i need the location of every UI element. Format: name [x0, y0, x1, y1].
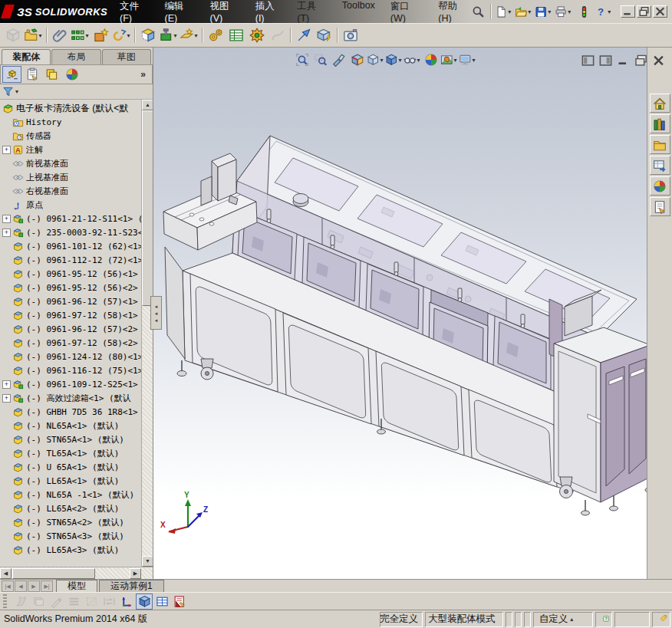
- filter-caret-icon[interactable]: ▾: [15, 88, 18, 95]
- machine-model[interactable]: X Y Z: [153, 48, 647, 579]
- instant3d-button[interactable]: ▾: [294, 25, 314, 45]
- tree-item[interactable]: + (-) STN65A<2> (默认): [0, 515, 141, 529]
- resources-tab[interactable]: [650, 94, 670, 113]
- tree-item[interactable]: + History: [0, 115, 141, 129]
- graphics-viewport[interactable]: X Y Z ▾▾▾▾▾▾▾▾▾▾: [153, 48, 647, 579]
- linear-component-pattern-button[interactable]: ▾: [71, 25, 91, 45]
- assembly-features-button[interactable]: ▾: [159, 25, 179, 45]
- swap-views-button[interactable]: [100, 593, 117, 610]
- layers-button[interactable]: [30, 593, 47, 610]
- tree-item[interactable]: + (-) 0961-97-12 (58)<2>: [0, 336, 141, 350]
- tree-item[interactable]: + (-) 0961-116-12 (75)<1>: [0, 363, 141, 377]
- minimize-button[interactable]: [621, 5, 635, 18]
- tree-item[interactable]: + A 注解: [0, 143, 141, 156]
- tab-motion-study-1[interactable]: 运动算例1: [99, 580, 164, 592]
- tree-item[interactable]: + (-) NL65A -1<1> (默认): [0, 488, 141, 501]
- screen-capture-button[interactable]: ▾: [341, 25, 361, 45]
- sheet-set-button[interactable]: [12, 593, 29, 610]
- new-motion-study-button[interactable]: ▾: [206, 25, 226, 45]
- scrollbar-thumb[interactable]: [12, 568, 95, 579]
- help-badge-icon[interactable]: ?: [603, 613, 609, 625]
- tree-item[interactable]: + (-) 高效过滤箱<1> (默认: [0, 391, 141, 405]
- coordinate-system-button[interactable]: [118, 593, 135, 610]
- toolbar-separator[interactable]: ▾: [288, 25, 293, 45]
- tree-item[interactable]: + (-) LL65A<3> (默认): [0, 543, 141, 557]
- toolbar-separator[interactable]: ▾: [489, 2, 493, 21]
- tree-item[interactable]: + (-) LL65A<2> (默认): [0, 501, 141, 515]
- tree-item[interactable]: + (-) U 65A<1> (默认): [0, 460, 141, 474]
- expander-icon[interactable]: +: [2, 146, 11, 154]
- design-library-tab[interactable]: [650, 114, 670, 133]
- toolbar-drag-handle[interactable]: [3, 594, 7, 608]
- menu-item[interactable]: 编辑(E): [164, 0, 194, 24]
- shaded-view-button[interactable]: [136, 593, 153, 610]
- tree-item[interactable]: + (-) GHBH 7D5 36 1R8<1>: [0, 405, 141, 419]
- tree-item[interactable]: + (-) 235-0003-92-11-S23<: [0, 225, 141, 239]
- filter-funnel-icon[interactable]: [2, 86, 14, 97]
- tree-item[interactable]: + (-) 0961-96-12 (57)<2>: [0, 322, 141, 336]
- tree-item[interactable]: + (-) 0961-109-12-S25<1>: [0, 377, 141, 391]
- rebuild-button[interactable]: ▾: [575, 2, 593, 21]
- menu-item[interactable]: 工具(T): [297, 0, 326, 24]
- section-view-button[interactable]: ▾: [348, 51, 367, 69]
- draft-quality-button[interactable]: [48, 593, 64, 610]
- menu-item[interactable]: 视图(V): [210, 0, 240, 24]
- tab-assembly[interactable]: 装配体: [2, 49, 51, 64]
- tree-item[interactable]: + (-) 0961-124-12 (80)<1>: [0, 350, 141, 363]
- tab-nav-button[interactable]: |◀: [2, 580, 14, 592]
- expander-icon[interactable]: +: [2, 380, 11, 389]
- expander-icon[interactable]: +: [2, 394, 11, 403]
- zoom-to-area-button[interactable]: ▾: [311, 51, 330, 69]
- scroll-right-icon[interactable]: ▶: [130, 568, 141, 579]
- tree-item[interactable]: + (-) 0961-97-12 (58)<1>: [0, 308, 141, 322]
- tree-item[interactable]: + (-) 0961-95-12 (56)<2>: [0, 281, 141, 294]
- save-button[interactable]: ▾: [535, 2, 553, 21]
- doc-minimize-button[interactable]: [616, 53, 631, 67]
- tab-sketch[interactable]: 草图: [102, 49, 151, 64]
- tree-item[interactable]: + (-) LL65A<1> (默认): [0, 474, 141, 488]
- reference-geometry-button[interactable]: ▾: [180, 25, 199, 45]
- bill-of-materials-button[interactable]: ▾: [226, 25, 246, 45]
- scroll-down-icon[interactable]: ▼: [142, 556, 153, 567]
- large-assembly-mode-button[interactable]: ▾: [315, 25, 334, 45]
- custom-properties-tab[interactable]: [650, 197, 670, 216]
- tree-item[interactable]: + (-) NL65A<1> (默认): [0, 419, 141, 432]
- status-caret-icon[interactable]: ▴: [570, 616, 573, 623]
- menu-item[interactable]: 帮助(H): [438, 0, 469, 24]
- smart-fasteners-button[interactable]: ▾: [91, 25, 111, 45]
- collapse-right-pane-button[interactable]: [598, 53, 613, 67]
- tree-item[interactable]: + 右视基准面: [0, 184, 141, 198]
- apply-scene-button[interactable]: ▾: [440, 51, 459, 69]
- hide-show-items-button[interactable]: ▾: [404, 51, 422, 69]
- exploded-view-button[interactable]: ▾: [247, 25, 267, 45]
- tree-item[interactable]: + 上视基准面: [0, 170, 141, 184]
- record-view-button[interactable]: [171, 593, 188, 610]
- new-document-button[interactable]: ▾: [495, 2, 513, 21]
- search-button[interactable]: ▾: [469, 2, 487, 21]
- doc-close-button[interactable]: [651, 53, 666, 67]
- line-format-button[interactable]: [65, 593, 82, 610]
- menu-item[interactable]: 窗口(W): [390, 0, 423, 24]
- appearances-tab[interactable]: [650, 176, 670, 196]
- tree-item[interactable]: + (-) STN65A<1> (默认): [0, 432, 141, 446]
- tree-item[interactable]: + 原点: [0, 198, 141, 212]
- overflow-chevron-icon[interactable]: »: [140, 69, 150, 80]
- open-button[interactable]: ▾: [515, 2, 533, 21]
- explode-line-sketch-button[interactable]: ▾: [268, 25, 288, 45]
- expander-icon[interactable]: +: [2, 229, 11, 237]
- toolbar-separator[interactable]: ▾: [335, 25, 340, 45]
- panel-splitter-handle[interactable]: ◂◂◂: [150, 296, 162, 330]
- menu-item[interactable]: 插入(I): [255, 0, 282, 24]
- edit-component-button[interactable]: ▾: [24, 25, 44, 45]
- insert-components-button[interactable]: ▾: [3, 25, 23, 45]
- toolbar-separator[interactable]: ▾: [44, 25, 49, 45]
- menu-item[interactable]: Toolbox: [342, 0, 375, 24]
- tree-item[interactable]: + (-) 0961-112-12 (72)<1>: [0, 253, 141, 267]
- tree-item[interactable]: + (-) 0961-101-12 (62)<1>: [0, 239, 141, 253]
- help-button[interactable]: ?▾: [595, 2, 613, 21]
- move-component-button[interactable]: ▾: [112, 25, 132, 45]
- tree-item[interactable]: + (-) 0961-21-12-S11<1> (: [0, 212, 141, 225]
- toolbar-separator[interactable]: ▾: [200, 25, 205, 45]
- doc-cascade-button[interactable]: [634, 53, 648, 67]
- tree-item[interactable]: + 前视基准面: [0, 156, 141, 170]
